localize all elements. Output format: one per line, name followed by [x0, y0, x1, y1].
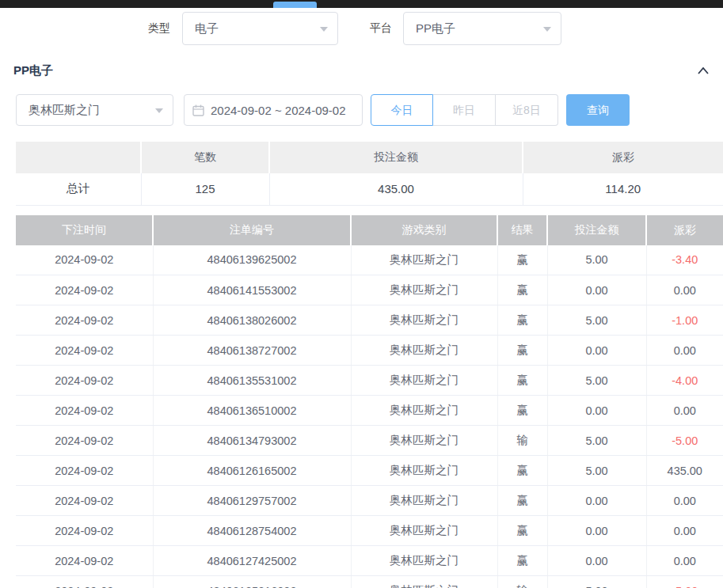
yesterday-button[interactable]: 昨日: [433, 94, 496, 126]
game-cell: 奥林匹斯之门: [351, 516, 497, 546]
table-row: 2024-09-02 48406135531002 奥林匹斯之门 赢 5.00 …: [16, 366, 723, 396]
order-no-cell: 48406134793002: [153, 426, 351, 456]
summary-table: 笔数 投注金额 派彩 总计 125 435.00 114.20: [16, 142, 723, 206]
game-cell: 奥林匹斯之门: [351, 486, 497, 516]
bet-amount-cell: 5.00: [547, 366, 646, 396]
bet-time-cell: 2024-09-02: [16, 275, 153, 305]
bet-time-cell: 2024-09-02: [16, 576, 153, 588]
records-table: 下注时间 注单编号 游戏类别 结果 投注金额 派彩 2024-09-02 484…: [16, 215, 723, 588]
table-row: 2024-09-02 48406138727002 奥林匹斯之门 赢 0.00 …: [16, 336, 723, 366]
order-no-cell: 48406138026002: [153, 305, 351, 336]
table-row: 2024-09-02 48406134793002 奥林匹斯之门 输 5.00 …: [16, 426, 723, 456]
platform-label: 平台: [370, 21, 392, 36]
summary-total-row: 总计 125 435.00 114.20: [16, 173, 723, 205]
order-no-cell: 48406135531002: [153, 366, 351, 396]
table-row: 2024-09-02 48406138026002 奥林匹斯之门 赢 5.00 …: [16, 305, 723, 336]
table-row: 2024-09-02 48406125316002 奥林匹斯之门 输 5.00 …: [16, 576, 723, 588]
type-select[interactable]: 电子: [182, 12, 338, 45]
bet-time-cell: 2024-09-02: [16, 426, 153, 456]
result-cell: 输: [497, 426, 547, 456]
summary-header-bet-amount: 投注金额: [269, 142, 523, 173]
records-header-result: 结果: [497, 215, 547, 245]
game-select[interactable]: 奥林匹斯之门: [16, 94, 173, 126]
platform-select[interactable]: PP电子: [403, 12, 561, 45]
order-no-cell: 48406139625002: [153, 245, 351, 275]
game-select-value: 奥林匹斯之门: [29, 103, 100, 118]
payout-cell: 0.00: [646, 516, 723, 546]
result-cell: 赢: [497, 486, 547, 516]
table-row: 2024-09-02 48406139625002 奥林匹斯之门 赢 5.00 …: [16, 245, 723, 275]
payout-cell: -4.00: [646, 366, 723, 396]
chevron-down-icon: [543, 27, 551, 32]
calendar-icon: [192, 104, 204, 116]
bet-amount-cell: 0.00: [547, 396, 646, 426]
result-cell: 赢: [497, 516, 547, 546]
platform-select-value: PP电子: [416, 21, 455, 36]
payout-cell: -1.00: [646, 305, 723, 336]
payout-cell: -5.00: [646, 426, 723, 456]
bet-amount-cell: 5.00: [547, 245, 646, 275]
game-cell: 奥林匹斯之门: [351, 245, 497, 275]
payout-cell: -5.00: [646, 576, 723, 588]
date-shortcut-group: 今日 昨日 近8日: [371, 94, 558, 126]
game-cell: 奥林匹斯之门: [351, 366, 497, 396]
game-cell: 奥林匹斯之门: [351, 576, 497, 588]
bet-amount-cell: 5.00: [547, 576, 646, 588]
table-row: 2024-09-02 48406136510002 奥林匹斯之门 赢 0.00 …: [16, 396, 723, 426]
order-no-cell: 48406138727002: [153, 336, 351, 366]
summary-count-value: 125: [141, 173, 269, 205]
payout-cell: 0.00: [646, 396, 723, 426]
game-cell: 奥林匹斯之门: [351, 546, 497, 576]
type-label: 类型: [148, 21, 170, 36]
collapse-section-button[interactable]: [696, 63, 710, 78]
active-tab-indicator[interactable]: [273, 2, 317, 8]
table-row: 2024-09-02 48406129757002 奥林匹斯之门 赢 0.00 …: [16, 486, 723, 516]
summary-payout-value: 114.20: [523, 173, 723, 205]
bet-time-cell: 2024-09-02: [16, 305, 153, 336]
summary-header-payout: 派彩: [523, 142, 723, 173]
result-cell: 赢: [497, 275, 547, 305]
records-header-game: 游戏类别: [351, 215, 497, 245]
summary-header-row: 笔数 投注金额 派彩: [16, 142, 723, 173]
records-header-order-no: 注单编号: [153, 215, 351, 245]
payout-cell: 0.00: [646, 336, 723, 366]
game-cell: 奥林匹斯之门: [351, 336, 497, 366]
records-header-bet-amount: 投注金额: [547, 215, 646, 245]
last-8-days-button[interactable]: 近8日: [496, 94, 558, 126]
game-cell: 奥林匹斯之门: [351, 305, 497, 336]
records-header-bet-time: 下注时间: [16, 215, 153, 245]
summary-header-count: 笔数: [141, 142, 269, 173]
result-cell: 赢: [497, 245, 547, 275]
bet-time-cell: 2024-09-02: [16, 516, 153, 546]
order-no-cell: 48406127425002: [153, 546, 351, 576]
order-no-cell: 48406141553002: [153, 275, 351, 305]
order-no-cell: 48406136510002: [153, 396, 351, 426]
betting-records-page: { "topbar": { "accent_color": "#6db4f5" …: [0, 0, 723, 588]
bet-amount-cell: 5.00: [547, 426, 646, 456]
bet-time-cell: 2024-09-02: [16, 546, 153, 576]
result-cell: 输: [497, 576, 547, 588]
summary-total-label: 总计: [16, 173, 141, 205]
result-cell: 赢: [497, 546, 547, 576]
result-cell: 赢: [497, 336, 547, 366]
date-range-input[interactable]: 2024-09-02 ~ 2024-09-02: [184, 94, 363, 126]
result-cell: 赢: [497, 396, 547, 426]
order-no-cell: 48406129757002: [153, 486, 351, 516]
browser-top-bar: [0, 0, 723, 8]
order-no-cell: 48406128754002: [153, 516, 351, 546]
query-controls: 奥林匹斯之门 2024-09-02 ~ 2024-09-02 今日 昨日 近8日…: [0, 94, 723, 126]
records-body: 2024-09-02 48406139625002 奥林匹斯之门 赢 5.00 …: [16, 245, 723, 588]
chevron-down-icon: [155, 108, 163, 113]
type-select-value: 电子: [195, 21, 219, 36]
result-cell: 赢: [497, 305, 547, 336]
payout-cell: 0.00: [646, 275, 723, 305]
summary-header-empty: [16, 142, 141, 173]
order-no-cell: 48406125316002: [153, 576, 351, 588]
today-button[interactable]: 今日: [371, 94, 433, 126]
bet-amount-cell: 0.00: [547, 275, 646, 305]
bet-amount-cell: 0.00: [547, 486, 646, 516]
table-row: 2024-09-02 48406128754002 奥林匹斯之门 赢 0.00 …: [16, 516, 723, 546]
payout-cell: 0.00: [646, 546, 723, 576]
payout-cell: 0.00: [646, 486, 723, 516]
query-button[interactable]: 查询: [566, 94, 630, 126]
